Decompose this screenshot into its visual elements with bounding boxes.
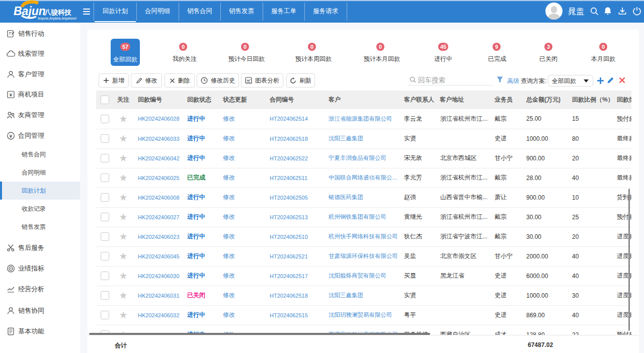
svg-text:¥: ¥: [10, 92, 13, 98]
svg-text:Bajun: Bajun: [14, 5, 46, 18]
svg-text:Anyone,Anytime,Anywhere!: Anyone,Anytime,Anywhere!: [38, 17, 77, 21]
svg-text:八骏科技: 八骏科技: [44, 9, 72, 16]
svg-text:¥: ¥: [10, 133, 13, 139]
